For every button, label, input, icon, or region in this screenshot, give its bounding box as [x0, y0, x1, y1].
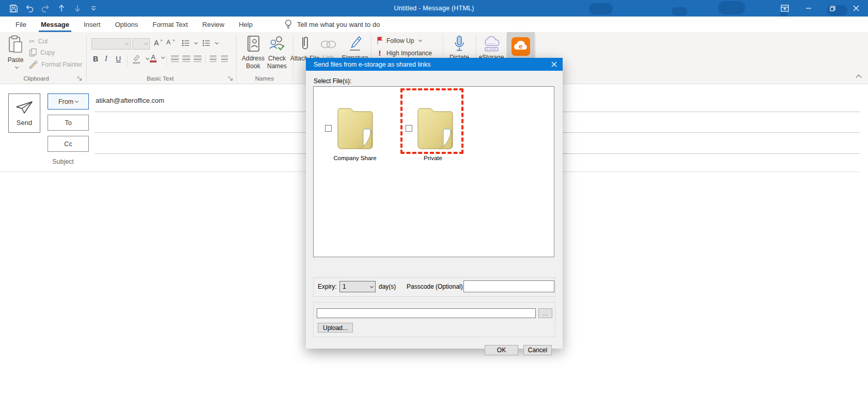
private-folder-icon[interactable]: [414, 103, 456, 151]
check-names-button[interactable]: Check Names: [262, 35, 291, 70]
paste-dropdown-chevron: [14, 65, 18, 69]
basic-text-group-label: Basic Text: [134, 75, 186, 82]
font-name-select[interactable]: [91, 38, 131, 50]
align-right-button[interactable]: [194, 56, 202, 62]
expiry-select-chevron: [370, 285, 374, 288]
link-icon: [319, 39, 337, 50]
cut-button[interactable]: ✂ Cut: [29, 37, 48, 45]
increase-indent-button[interactable]: [221, 56, 228, 62]
browse-button[interactable]: ...: [538, 308, 552, 318]
basic-text-dialog-launcher-icon[interactable]: [228, 76, 233, 81]
company-share-checkbox[interactable]: [325, 125, 332, 132]
align-left-icon: [171, 56, 179, 62]
bullets-icon: [182, 40, 190, 46]
dialog-close-icon[interactable]: [545, 58, 563, 71]
ribbon-display-options-icon[interactable]: [773, 0, 797, 17]
company-share-label: Company Share: [319, 155, 391, 161]
minimize-icon[interactable]: [797, 0, 820, 17]
clipboard-group-label: Clipboard: [16, 75, 57, 82]
check-names-icon: [268, 35, 286, 53]
paste-icon: [8, 35, 23, 54]
tab-options[interactable]: Options: [107, 17, 145, 32]
close-icon[interactable]: [844, 0, 868, 17]
bullets-button[interactable]: [182, 40, 197, 46]
window-controls: [773, 0, 868, 17]
outlook-message-window: Untitled - Message (HTML) File Message I…: [0, 0, 868, 408]
passcode-input[interactable]: [463, 280, 554, 292]
font-color-button[interactable]: A: [150, 54, 164, 62]
private-checkbox[interactable]: [406, 125, 412, 132]
high-importance-button[interactable]: ! High Importance: [376, 49, 432, 57]
follow-up-chevron: [419, 38, 422, 41]
numbering-button[interactable]: [203, 40, 218, 46]
font-color-icon: A: [150, 54, 157, 62]
copy-button[interactable]: Copy: [29, 48, 55, 57]
follow-up-button[interactable]: Follow Up: [376, 36, 422, 45]
estorage-cloud-icon: [481, 35, 502, 53]
dialog-titlebar[interactable]: Send files from e-storage as shared link…: [306, 58, 563, 71]
from-chevron: [75, 99, 79, 102]
signature-icon: [347, 35, 363, 52]
highlight-pen-icon: [132, 54, 141, 64]
exclamation-icon: !: [376, 49, 383, 57]
lightbulb-icon: [285, 19, 292, 29]
tell-me-label: Tell me what you want to do: [297, 21, 380, 28]
tab-file[interactable]: File: [8, 17, 34, 32]
paste-button[interactable]: Paste: [4, 35, 27, 68]
cc-button[interactable]: Cc: [48, 136, 89, 152]
dialog-body: Select File(s): Company Share: [306, 71, 563, 349]
estorage-share-dialog: Send files from e-storage as shared link…: [306, 58, 563, 349]
collapse-ribbon-icon[interactable]: [856, 74, 861, 80]
window-title: Untitled - Message (HTML): [0, 0, 868, 17]
tab-format-text[interactable]: Format Text: [145, 17, 195, 32]
select-files-label: Select File(s):: [314, 77, 351, 85]
align-center-button[interactable]: [182, 56, 190, 62]
format-painter-icon: [29, 60, 38, 69]
expiry-select[interactable]: 1: [339, 281, 376, 292]
from-address-value: atikah@afteroffice.com: [96, 97, 164, 104]
font-size-select[interactable]: [132, 38, 150, 50]
increase-indent-icon: [221, 56, 228, 62]
flag-icon: [376, 36, 383, 45]
underline-button[interactable]: U: [116, 55, 121, 63]
shrink-font-button[interactable]: A˅: [166, 39, 175, 46]
from-button[interactable]: From: [48, 93, 89, 109]
tab-message[interactable]: Message: [34, 17, 76, 32]
numbering-icon: [203, 40, 210, 46]
upload-button[interactable]: Upload...: [318, 323, 353, 333]
tab-insert[interactable]: Insert: [76, 17, 108, 32]
tab-help[interactable]: Help: [231, 17, 260, 32]
subject-label: Subject: [47, 158, 80, 165]
copy-icon: [29, 48, 37, 57]
restore-icon[interactable]: [820, 0, 844, 17]
clipboard-dialog-launcher-icon[interactable]: [77, 76, 82, 81]
align-center-icon: [182, 56, 190, 62]
days-label: day(s): [379, 283, 396, 290]
paperclip-icon: [300, 35, 310, 53]
passcode-label: Passcode (Optional):: [407, 283, 464, 290]
bold-button[interactable]: B: [93, 55, 98, 63]
grow-font-button[interactable]: A˄: [154, 39, 163, 47]
ok-button[interactable]: OK: [485, 345, 518, 355]
tab-review[interactable]: Review: [195, 17, 232, 32]
dictate-button[interactable]: Dictate: [445, 35, 474, 61]
italic-button[interactable]: I: [105, 55, 107, 63]
highlight-color-button[interactable]: [132, 54, 149, 64]
address-book-icon: [245, 35, 261, 53]
file-path-input[interactable]: [317, 308, 536, 318]
cancel-button[interactable]: Cancel: [523, 345, 552, 355]
company-share-folder-icon[interactable]: [334, 103, 376, 151]
private-label: Private: [407, 155, 459, 161]
expiry-label: Expiry:: [318, 283, 337, 290]
format-painter-button[interactable]: Format Painter: [29, 60, 82, 69]
send-message-button[interactable]: Send: [8, 93, 40, 133]
to-button[interactable]: To: [48, 115, 89, 131]
align-left-button[interactable]: [171, 56, 179, 62]
estorage-send-icon: e: [512, 37, 530, 56]
tell-me-box[interactable]: Tell me what you want to do: [285, 17, 380, 32]
decrease-indent-icon: [210, 56, 216, 62]
estorage-button[interactable]: eStorage: [477, 35, 506, 61]
decrease-indent-button[interactable]: [210, 56, 216, 62]
ribbon-tab-bar: File Message Insert Options Format Text …: [0, 17, 868, 32]
window-titlebar: Untitled - Message (HTML): [0, 0, 868, 17]
